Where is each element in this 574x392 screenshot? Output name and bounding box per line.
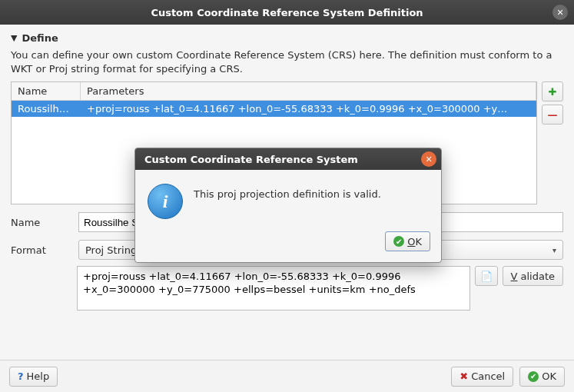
cancel-label: Cancel (471, 370, 505, 382)
format-label: Format (11, 244, 72, 256)
validate-underline: V (511, 271, 518, 282)
copy-icon: 📄 (480, 271, 493, 282)
cancel-icon: ✖ (460, 370, 468, 382)
dialog-ok-label: OK (407, 236, 422, 247)
col-header-parameters[interactable]: Parameters (81, 82, 536, 100)
chevron-down-icon: ▾ (552, 246, 556, 254)
minus-icon: — (548, 109, 558, 121)
help-button[interactable]: ? Help (9, 367, 58, 387)
dialog-message: This proj projection definition is valid… (194, 184, 381, 200)
dialog-footer: ✔ OK (135, 227, 441, 262)
parameters-textarea[interactable]: +proj=rouss +lat_0=4.11667 +lon_0=-55.68… (77, 266, 470, 311)
copy-button[interactable]: 📄 (475, 266, 498, 286)
validation-dialog: Custom Coordinate Reference System ✕ i T… (134, 148, 442, 263)
info-icon: i (148, 184, 183, 219)
bottom-bar: ? Help ✖ Cancel ✔ OK (0, 360, 574, 392)
dialog-close-icon[interactable]: ✕ (421, 151, 436, 167)
ok-label: OK (542, 370, 556, 382)
cancel-button[interactable]: ✖ Cancel (451, 367, 513, 387)
add-crs-button[interactable]: ✚ (542, 81, 563, 101)
name-label: Name (11, 217, 72, 228)
validate-button[interactable]: Validate (503, 266, 563, 286)
table-side-buttons: ✚ — (542, 81, 563, 204)
table-header: Name Parameters (12, 82, 536, 101)
define-group-header[interactable]: ▼ Define (11, 32, 563, 44)
dialog-titlebar: Custom Coordinate Reference System ✕ (135, 148, 441, 170)
parameters-row: +proj=rouss +lat_0=4.11667 +lon_0=-55.68… (11, 266, 563, 311)
window-title: Custom Coordinate Reference System Defin… (151, 7, 423, 18)
validate-rest: alidate (520, 271, 555, 282)
plus-icon: ✚ (549, 86, 557, 98)
intro-text: You can define your own custom Coordinat… (11, 48, 563, 75)
help-icon: ? (18, 370, 24, 382)
window-titlebar: Custom Coordinate Reference System Defin… (0, 0, 574, 25)
collapse-triangle-icon: ▼ (11, 33, 17, 43)
dialog-body: i This proj projection definition is val… (135, 170, 441, 227)
window-close-icon[interactable]: ✕ (552, 5, 568, 20)
help-label: Help (27, 370, 50, 382)
ok-check-icon: ✔ (528, 371, 539, 382)
define-group-label: Define (22, 32, 58, 44)
row-name-cell: Roussilh… (12, 101, 81, 117)
bottom-right-buttons: ✖ Cancel ✔ OK (451, 367, 565, 387)
validate-column: 📄 Validate (475, 266, 563, 286)
row-params-cell: +proj=rouss +lat_0=4.11667 +lon_0=-55.68… (81, 101, 536, 117)
dialog-ok-button[interactable]: ✔ OK (385, 231, 430, 251)
dialog-ok-check-icon: ✔ (393, 236, 404, 247)
col-header-name[interactable]: Name (12, 82, 81, 100)
table-row[interactable]: Roussilh… +proj=rouss +lat_0=4.11667 +lo… (12, 101, 536, 117)
remove-crs-button[interactable]: — (542, 105, 563, 125)
dialog-title: Custom Coordinate Reference System (144, 154, 358, 165)
ok-button[interactable]: ✔ OK (519, 367, 565, 387)
